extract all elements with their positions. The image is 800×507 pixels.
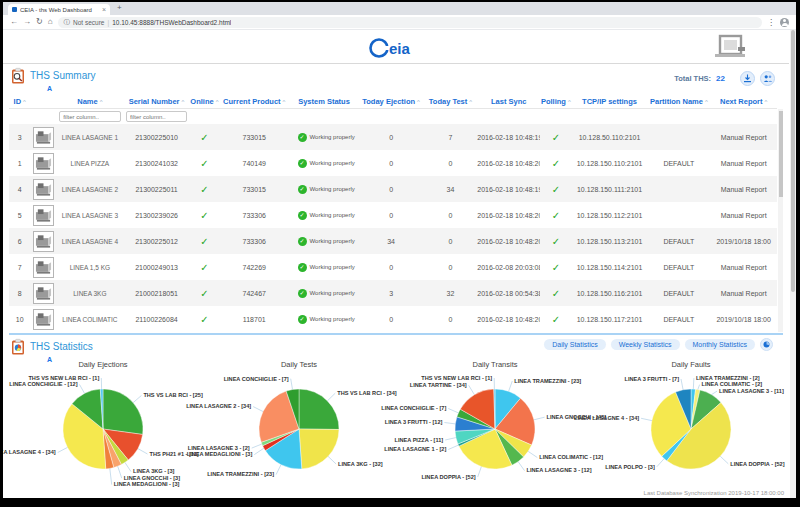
column-header-system-status[interactable]: System Status xyxy=(290,97,359,106)
profile-avatar[interactable] xyxy=(780,18,789,27)
machine-image-icon xyxy=(35,311,52,327)
page-scrollbar[interactable] xyxy=(790,30,796,498)
column-header-id[interactable]: ID^ xyxy=(9,97,30,106)
sort-caret-icon: ^ xyxy=(100,99,103,105)
cell-thumbnail xyxy=(30,309,56,330)
cell-id: 7 xyxy=(9,264,30,271)
statistics-refresh-button[interactable] xyxy=(760,338,773,351)
cell-current-product: 733306 xyxy=(219,238,290,245)
home-icon[interactable]: ⌂ xyxy=(48,18,53,26)
cell-today-ejection: 0 xyxy=(359,134,424,141)
cell-thumbnail xyxy=(30,205,56,226)
weekly-statistics-button[interactable]: Weekly Statistics xyxy=(611,339,680,350)
name-filter-input[interactable] xyxy=(59,111,120,122)
cell-partition-name: DEFAULT xyxy=(647,290,710,297)
pie-chart-svg: THS VS LAB RCI - [25]THS PH21 #1 - [11]L… xyxy=(5,369,201,489)
pie-chart-svg: LINEA TRAMEZZINI - [23]LINEA GNOCCHI - [… xyxy=(397,369,593,489)
statistics-clipboard-icon xyxy=(11,338,26,356)
download-icon xyxy=(743,74,752,83)
info-icon[interactable]: ⓘ xyxy=(64,18,71,27)
label-leader-line xyxy=(509,381,513,391)
label-leader-line xyxy=(110,468,112,484)
label-leader-line xyxy=(448,409,458,413)
cell-today-ejection: 0 xyxy=(359,186,424,193)
table-row[interactable]: 5 LINEA LASAGNE 3 21300239026 ✓ 733306 ✓… xyxy=(9,202,777,228)
users-button[interactable] xyxy=(760,71,775,86)
machine-image-icon xyxy=(35,155,52,171)
cell-id: 4 xyxy=(9,186,30,193)
status-ok-icon: ✓ xyxy=(298,185,307,194)
label-leader-line xyxy=(327,393,335,401)
serial-filter-input[interactable] xyxy=(126,111,187,122)
statistics-section-header: THS Statistics A Daily Statistics Weekly… xyxy=(3,335,789,359)
pie-label: LINEA LASAGNE 2 - [34] xyxy=(186,403,251,409)
label-leader-line xyxy=(58,447,68,452)
online-check-icon: ✓ xyxy=(200,132,208,143)
column-header-last-sync[interactable]: Last Sync xyxy=(477,97,540,106)
column-header-tcp-ip-settings[interactable]: TCP/IP settings xyxy=(572,97,648,106)
status-text: Working properly xyxy=(310,212,355,218)
column-header-next-report[interactable]: Next Report^ xyxy=(710,97,777,106)
forward-icon[interactable]: → xyxy=(23,18,31,26)
cell-today-test: 0 xyxy=(424,160,478,167)
column-header-partition-name[interactable]: Partition Name^ xyxy=(647,97,710,106)
column-header-today-test[interactable]: Today Test^ xyxy=(424,97,478,106)
cell-today-ejection: 34 xyxy=(359,238,424,245)
table-header-row: ID^Name^Serial Number^Online^Current Pro… xyxy=(9,94,777,109)
polling-check-icon: ✓ xyxy=(552,158,560,169)
column-header-serial-number[interactable]: Serial Number^ xyxy=(123,97,190,106)
cell-id: 5 xyxy=(9,212,30,219)
new-tab-button[interactable]: + xyxy=(117,3,122,12)
column-header-online[interactable]: Online^ xyxy=(190,97,219,106)
column-header-polling[interactable]: Polling^ xyxy=(540,97,571,106)
table-row[interactable]: 1 LINEA PIZZA 21300241032 ✓ 740149 ✓ Wor… xyxy=(9,150,777,176)
status-ok-icon: ✓ xyxy=(298,159,307,168)
summary-anchor-link[interactable]: A xyxy=(47,85,781,92)
column-header-name[interactable]: Name^ xyxy=(57,97,124,106)
cell-next-report: Manual Report xyxy=(710,212,777,219)
column-header-today-ejection[interactable]: Today Ejection^ xyxy=(359,97,424,106)
cell-last-sync: 2016-02-18 10:48:20 xyxy=(477,316,540,323)
cell-serial-number: 21000218051 xyxy=(123,290,190,297)
page-header: eia xyxy=(3,30,789,64)
browser-tab[interactable]: CEIA - ths Web Dashboard × xyxy=(8,4,110,15)
pie-label: LINEA MEDAGLIONI - [3] xyxy=(187,451,253,457)
polling-check-icon: ✓ xyxy=(552,262,560,273)
table-row[interactable]: 8 LINEA 3KG 21000218051 ✓ 742467 ✓ Worki… xyxy=(9,280,777,306)
address-bar[interactable]: ⓘ Not secure | 10.10.45:8888/THSWebDashb… xyxy=(58,17,762,28)
label-leader-line xyxy=(254,448,264,454)
table-row[interactable]: 6 LINEA LASAGNE 4 21300225012 ✓ 733306 ✓… xyxy=(9,228,777,254)
table-row[interactable]: 3 LINEA LASAGNE 1 21300225010 ✓ 733015 ✓… xyxy=(9,124,777,150)
cell-current-product: 742269 xyxy=(219,264,290,271)
table-row[interactable]: 4 LINEA LASAGNE 2 21300225011 ✓ 733015 ✓… xyxy=(9,176,777,202)
cell-id: 1 xyxy=(9,160,30,167)
table-row[interactable]: 7 LINEA 1,5 KG 21000249013 ✓ 742269 ✓ Wo… xyxy=(9,254,777,280)
table-row[interactable]: 10 LINEA COLIMATIC 21100226084 ✓ 118701 … xyxy=(9,306,777,332)
export-button[interactable] xyxy=(740,71,755,86)
cell-today-ejection: 0 xyxy=(359,212,424,219)
tab-close-icon[interactable]: × xyxy=(102,6,106,13)
table-scrollbar[interactable] xyxy=(778,109,783,332)
total-ths-value: 22 xyxy=(716,74,725,83)
pie-label: LINEA 3KG - [3] xyxy=(133,468,175,474)
pie-slice-linea-3kg xyxy=(299,429,339,469)
table-scrollbar-thumb[interactable] xyxy=(779,111,783,197)
status-text: Working properly xyxy=(310,186,355,192)
label-leader-line xyxy=(445,438,456,440)
summary-section-header: THS Summary A Total THS: 22 xyxy=(3,64,789,92)
menu-icon[interactable]: ⋮ xyxy=(767,18,775,27)
monthly-statistics-button[interactable]: Monthly Statistics xyxy=(685,339,755,350)
pie-chart-svg: LINEA TRAMEZZINI - [2]LINEA COLIMATIC - … xyxy=(593,369,789,489)
column-header-current-product[interactable]: Current Product^ xyxy=(219,97,290,106)
pie-label: LINEA CONCHIGLIE - [7] xyxy=(381,405,446,411)
label-leader-line xyxy=(291,379,293,390)
back-icon[interactable]: ← xyxy=(10,18,18,26)
cell-partition-name: DEFAULT xyxy=(647,316,710,323)
machine-thumbnail xyxy=(33,127,54,148)
daily-statistics-button[interactable]: Daily Statistics xyxy=(544,339,606,350)
machine-graphic-icon xyxy=(713,34,747,64)
page-scrollbar-thumb[interactable] xyxy=(791,30,795,292)
reload-icon[interactable]: ↻ xyxy=(36,18,43,26)
cell-today-ejection: 0 xyxy=(359,316,424,323)
pie-label: LINEA TRAMEZZINI - [23] xyxy=(514,378,581,384)
